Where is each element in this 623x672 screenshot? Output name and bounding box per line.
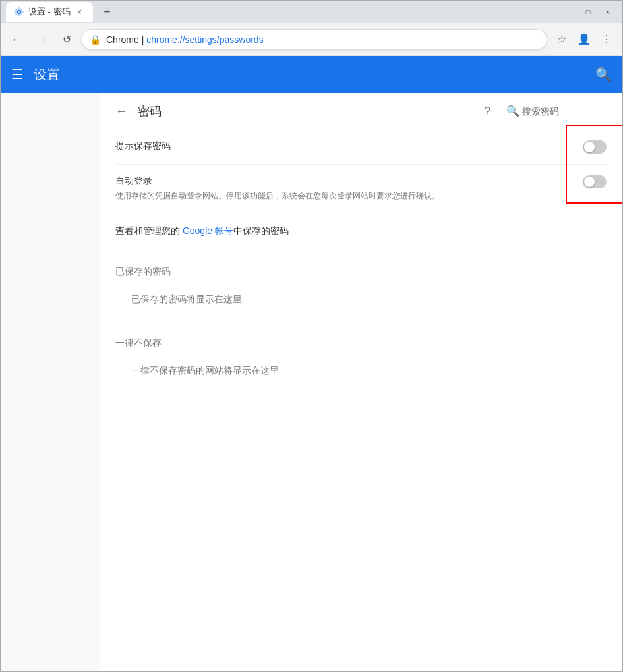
password-search-input[interactable] xyxy=(522,106,601,117)
title-bar: 设置 - 密码 × + — □ × xyxy=(1,1,622,23)
tab-strip: 设置 - 密码 × + xyxy=(6,2,117,22)
auto-signin-desc: 使用存储的凭据自动登录网站。停用该功能后，系统会在您每次登录网站时要求您进行确认… xyxy=(115,190,511,202)
app-title: 设置 xyxy=(34,66,595,84)
google-link-suffix: 中保存的密码 xyxy=(233,225,289,236)
google-link-prefix: 查看和管理您的 xyxy=(115,225,183,236)
google-account-link[interactable]: Google 帐号 xyxy=(183,225,233,236)
refresh-button[interactable]: ↺ xyxy=(56,29,77,50)
forward-button[interactable]: → xyxy=(31,29,52,50)
active-tab[interactable]: 设置 - 密码 × xyxy=(6,2,93,22)
page-title: 密码 xyxy=(138,103,479,119)
password-search-icon: 🔍 xyxy=(506,105,519,117)
auto-signin-toggle-container xyxy=(583,175,607,188)
omnibox[interactable]: 🔒 Chrome | chrome://settings/passwords xyxy=(81,29,547,50)
hamburger-menu[interactable]: ☰ xyxy=(11,67,23,82)
password-search-bar[interactable]: 🔍 xyxy=(501,103,607,119)
bookmark-button[interactable]: ☆ xyxy=(551,29,572,50)
auto-signin-toggle[interactable] xyxy=(583,175,607,188)
close-button[interactable]: × xyxy=(599,5,617,18)
app-header: ☰ 设置 🔍 xyxy=(1,56,622,93)
main-content: ← 密码 ? 🔍 提示保存密码 xyxy=(100,93,622,671)
page-back-button[interactable]: ← xyxy=(115,105,127,119)
never-saved-empty: 一律不保存密码的网站将显示在这里 xyxy=(100,354,622,387)
offer-to-save-text: 提示保存密码 xyxy=(115,140,583,152)
offer-to-save-toggle[interactable] xyxy=(583,140,607,154)
back-button[interactable]: ← xyxy=(6,29,27,50)
url-text: Chrome | chrome://settings/passwords xyxy=(106,34,264,45)
maximize-button[interactable]: □ xyxy=(579,5,597,18)
content-area: ← 密码 ? 🔍 提示保存密码 xyxy=(1,93,622,671)
address-bar: ← → ↺ 🔒 Chrome | chrome://settings/passw… xyxy=(1,23,622,56)
spacer-1 xyxy=(100,245,622,256)
spacer-2 xyxy=(100,316,622,327)
saved-passwords-header: 已保存的密码 xyxy=(100,256,622,283)
help-icon[interactable]: ? xyxy=(484,105,490,119)
auto-signin-text: 自动登录 xyxy=(115,175,583,187)
auto-signin-row: 自动登录 使用存储的凭据自动登录网站。停用该功能后，系统会在您每次登录网站时要求… xyxy=(115,165,607,212)
settings-page: ← 密码 ? 🔍 提示保存密码 xyxy=(100,93,622,414)
offer-to-save-row: 提示保存密码 xyxy=(115,130,607,165)
never-saved-header: 一律不保存 xyxy=(100,327,622,354)
menu-button[interactable]: ⋮ xyxy=(596,29,617,50)
address-bar-actions: ☆ 👤 ⋮ xyxy=(551,29,617,50)
tab-close-btn[interactable]: × xyxy=(74,7,85,17)
header-search-icon[interactable]: 🔍 xyxy=(595,67,612,82)
auto-signin-label: 自动登录 使用存储的凭据自动登录网站。停用该功能后，系统会在您每次登录网站时要求… xyxy=(115,175,583,202)
page-header: ← 密码 ? 🔍 xyxy=(100,93,622,125)
url-brand: Chrome xyxy=(106,34,139,45)
tab-title: 设置 - 密码 xyxy=(28,6,71,18)
minimize-button[interactable]: — xyxy=(559,5,578,18)
window-controls: — □ × xyxy=(559,5,617,18)
new-tab-button[interactable]: + xyxy=(98,3,117,21)
url-highlighted-path: chrome://settings/passwords xyxy=(146,34,263,45)
offer-to-save-toggle-container xyxy=(583,140,607,154)
toggle-settings-section: 提示保存密码 自动登录 使用存储的凭据自动登录网站。停用该功能后，系统会在您每次… xyxy=(100,125,622,217)
offer-to-save-label: 提示保存密码 xyxy=(115,140,583,152)
account-button[interactable]: 👤 xyxy=(574,29,595,50)
lock-icon: 🔒 xyxy=(90,34,101,45)
url-separator: | xyxy=(139,34,146,45)
browser-window: 设置 - 密码 × + — □ × ← → ↺ 🔒 Chrome | chrom… xyxy=(0,0,623,672)
sidebar xyxy=(1,93,100,671)
url-highlight-settings: settings xyxy=(185,34,217,45)
google-account-link-row: 查看和管理您的 Google 帐号中保存的密码 xyxy=(100,217,622,245)
saved-passwords-empty: 已保存的密码将显示在这里 xyxy=(100,283,622,316)
settings-gear-icon xyxy=(14,7,24,17)
